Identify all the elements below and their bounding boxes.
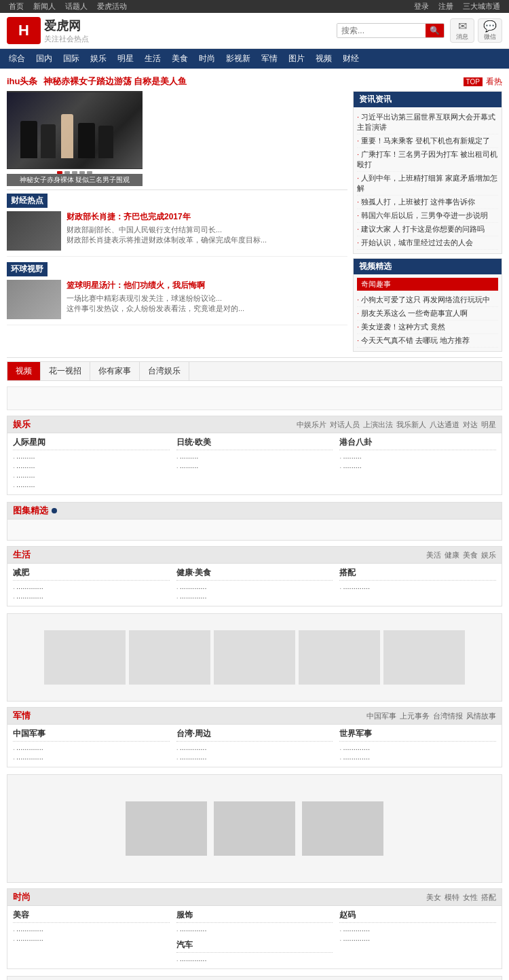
fashion-col3-item-2[interactable]: ············· — [339, 935, 496, 945]
entertainment-section: 娱乐 中娱乐片 对话人员 上演出法 我乐新人 八达通道 对达 明星 人际星闻 ·… — [7, 416, 502, 495]
slide-dot-4[interactable] — [79, 171, 85, 174]
life-link-3[interactable]: 美食 — [463, 550, 478, 560]
mil-col1-item-2[interactable]: ············· — [13, 754, 170, 763]
zixun-item-6[interactable]: 韩国六年后以后，三男争夺进一步说明 — [357, 209, 498, 223]
fashion-content: 美容 ············· ············· 服饰 ······… — [7, 906, 502, 968]
slide-dot-1[interactable] — [57, 171, 62, 174]
nav-meishi[interactable]: 美食 — [166, 49, 193, 69]
search-input[interactable] — [337, 24, 426, 37]
fashion-link-1[interactable]: 美女 — [426, 892, 441, 903]
ent-link-5[interactable]: 八达通道 — [430, 420, 459, 430]
fashion-col3-item-1[interactable]: ············· — [339, 926, 496, 935]
fashion-header: 时尚 美女 模特 女性 搭配 — [7, 889, 502, 906]
mil-col-1: 中国军事 ············· ············· — [13, 728, 170, 763]
tab-4[interactable]: 台湾娱乐 — [140, 362, 189, 380]
nav-zonghe[interactable]: 综合 — [3, 49, 31, 69]
life-col1-item-2[interactable]: ············· — [13, 593, 170, 602]
video-item-4[interactable]: 今天天气真不错 去哪玩 地方推荐 — [357, 334, 498, 348]
ent-col1-item-2[interactable]: ········· — [13, 462, 170, 472]
zixun-item-3[interactable]: 广乘打车！三名男子因为打车 被出租司机殴打 — [357, 148, 498, 172]
fashion-link-4[interactable]: 搭配 — [481, 892, 496, 903]
nav-yule[interactable]: 娱乐 — [85, 49, 112, 69]
zixun-item-2[interactable]: 重要！马来乘客 登机下机也有新规定了 — [357, 134, 498, 148]
zixun-item-5[interactable]: 独孤人打，上班被打 这件事告诉你 — [357, 196, 498, 209]
mil-link-3[interactable]: 台湾情报 — [433, 711, 463, 721]
slide-dot-3[interactable] — [72, 171, 77, 174]
ent-col1-item-1[interactable]: ········· — [13, 453, 170, 462]
ent-link-2[interactable]: 对话人员 — [330, 420, 360, 430]
search-box[interactable]: 🔍 — [337, 23, 445, 38]
mil-col3-item-2[interactable]: ············· — [339, 754, 496, 763]
slide-dot-5[interactable] — [87, 171, 92, 174]
fashion-col2b-item-1[interactable]: ············· — [176, 956, 333, 965]
ent-col2-item-2[interactable]: ········· — [176, 462, 333, 472]
nav-mingxing[interactable]: 明星 — [112, 49, 139, 69]
fashion-link-3[interactable]: 女性 — [463, 892, 478, 903]
logo[interactable]: H 爱虎网 关注社会热点 — [7, 17, 89, 44]
ent-col1-item-3[interactable]: ········· — [13, 472, 170, 482]
mil-link-2[interactable]: 上元事务 — [400, 711, 430, 721]
life-link-4[interactable]: 娱乐 — [481, 550, 496, 560]
nav-junqing[interactable]: 军情 — [256, 49, 283, 69]
topbar-cities[interactable]: 三大城市通 — [463, 1, 500, 12]
nav-caijing[interactable]: 财经 — [337, 49, 364, 69]
fashion-col2-item-1[interactable]: ············· — [176, 926, 333, 935]
video-item-2[interactable]: 朋友关系这么 一些奇葩事宜人啊 — [357, 307, 498, 321]
mil-col3-item-1[interactable]: ············· — [339, 744, 496, 754]
nav-guoji[interactable]: 国际 — [58, 49, 85, 69]
nav-yingshi[interactable]: 影视新 — [221, 49, 256, 69]
nav-shishang[interactable]: 时尚 — [193, 49, 221, 69]
top-news-link[interactable]: 看热 — [486, 76, 502, 88]
fashion-col1-item-1[interactable]: ············· — [13, 926, 170, 935]
slide-dot-2[interactable] — [64, 171, 70, 174]
zixun-item-8[interactable]: 开始认识，城市里经过过去的人会 — [357, 236, 498, 250]
message-icon-btn[interactable]: ✉ 消息 — [450, 18, 474, 43]
mil-col2-item-1[interactable]: ············· — [176, 744, 333, 754]
video-item-3[interactable]: 美女逆袭！这种方式 竟然 — [357, 321, 498, 334]
sub-article-title-2[interactable]: 篮球明星汤汁：他们功绩火，我后悔啊 — [67, 280, 244, 291]
life-link-1[interactable]: 美活 — [426, 550, 441, 560]
tab-3[interactable]: 你有家事 — [90, 362, 140, 380]
nav-guonei[interactable]: 国内 — [31, 49, 58, 69]
mil-link-1[interactable]: 中国军事 — [366, 711, 396, 721]
ent-link-7[interactable]: 明星 — [481, 420, 496, 430]
topbar-home[interactable]: 首页 — [9, 1, 24, 12]
video-title: 视频精选 — [354, 259, 502, 274]
life-col3-item-1[interactable]: ············· — [339, 583, 496, 593]
ent-col3-item-2[interactable]: ········· — [339, 462, 496, 472]
tab-video[interactable]: 视频 — [7, 362, 41, 380]
nav-shipin[interactable]: 视频 — [310, 49, 337, 69]
video-item-1[interactable]: 小狗太可爱了这只 再发网络流行玩玩中 — [357, 293, 498, 307]
caijing-title: 财经热点 — [7, 194, 48, 208]
search-button[interactable]: 🔍 — [426, 24, 444, 37]
topbar-events[interactable]: 爱虎活动 — [97, 1, 127, 12]
fashion-col1-item-2[interactable]: ············· — [13, 935, 170, 945]
topbar-topics[interactable]: 话题人 — [65, 1, 88, 12]
mil-col2-item-2[interactable]: ············· — [176, 754, 333, 763]
tab-2[interactable]: 花一视招 — [41, 362, 90, 380]
life-col1-item-1[interactable]: ············· — [13, 583, 170, 593]
topbar-register[interactable]: 注册 — [438, 1, 453, 12]
zixun-item-1[interactable]: 习近平出访第三届世界互联网大会开幕式主旨演讲 — [357, 111, 498, 134]
ent-link-3[interactable]: 上演出法 — [363, 420, 393, 430]
fashion-link-2[interactable]: 模特 — [445, 892, 459, 903]
topbar-newspeople[interactable]: 新闻人 — [33, 1, 56, 12]
mil-link-4[interactable]: 风情故事 — [466, 711, 496, 721]
ent-col2-item-1[interactable]: ········· — [176, 453, 333, 462]
mil-col1-item-1[interactable]: ············· — [13, 744, 170, 754]
life-col2-item-2[interactable]: ············· — [176, 593, 333, 602]
life-col2-item-1[interactable]: ············· — [176, 583, 333, 593]
sub-article-title-1[interactable]: 财政部长肖捷：齐巴也完成2017年 — [67, 211, 267, 223]
ent-link-1[interactable]: 中娱乐片 — [297, 420, 326, 430]
ent-col1-item-4[interactable]: ········· — [13, 482, 170, 491]
wechat-icon-btn[interactable]: 💬 微信 — [478, 18, 502, 43]
ent-link-4[interactable]: 我乐新人 — [396, 420, 426, 430]
zixun-item-7[interactable]: 建议大家 人 打卡这是你想要的问路吗 — [357, 223, 498, 236]
topbar-login[interactable]: 登录 — [414, 1, 429, 12]
ent-col3-item-1[interactable]: ········· — [339, 453, 496, 462]
nav-shenghuo[interactable]: 生活 — [139, 49, 166, 69]
nav-tupian[interactable]: 图片 — [283, 49, 310, 69]
life-link-2[interactable]: 健康 — [445, 550, 459, 560]
ent-link-6[interactable]: 对达 — [463, 420, 478, 430]
zixun-item-4[interactable]: 人到中年，上班精打细算 家庭矛盾增加怎解 — [357, 172, 498, 196]
